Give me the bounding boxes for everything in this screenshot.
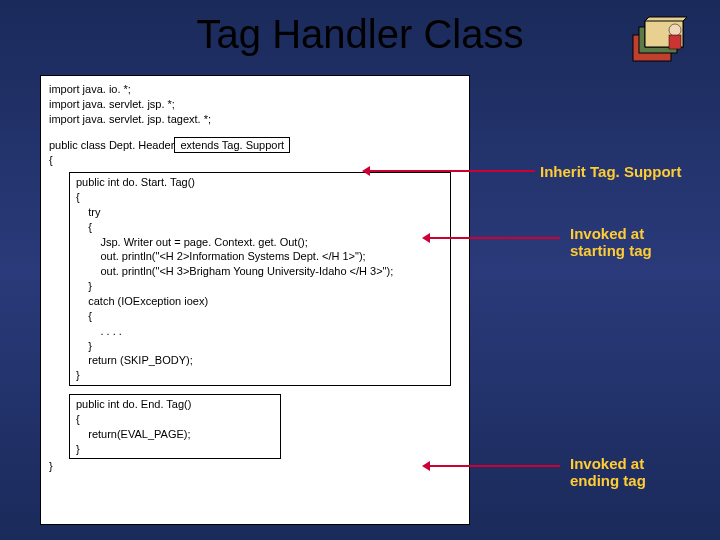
annotation-line: Invoked at [570,225,652,242]
code-line: return(EVAL_PAGE); [76,427,274,442]
code-line: out. println("<H 3>Brigham Young Univers… [76,264,444,279]
code-line: } [76,442,274,457]
code-line: try [76,205,444,220]
code-line: catch (IOException ioex) [76,294,444,309]
arrow-start [430,237,560,239]
annotation-line: starting tag [570,242,652,259]
code-line: { [76,220,444,235]
annotation-end: Invoked at ending tag [570,455,646,489]
code-line: { [76,190,444,205]
brace: } [49,459,461,474]
code-line: return (SKIP_BODY); [76,353,444,368]
annotation-inherit: Inherit Tag. Support [540,163,681,180]
code-line: } [76,279,444,294]
code-line: } [76,339,444,354]
code-line: public int do. Start. Tag() [76,175,444,190]
annotation-start: Invoked at starting tag [570,225,652,259]
svg-point-3 [669,24,681,36]
books-icon [625,15,695,70]
code-line: public int do. End. Tag() [76,397,274,412]
doend-method-box: public int do. End. Tag() { return(EVAL_… [69,394,281,459]
arrow-end [430,465,560,467]
code-line: . . . . [76,324,444,339]
extends-box: extends Tag. Support [174,137,290,154]
brace: { [49,153,461,168]
import-line: import java. servlet. jsp. *; [49,97,461,112]
code-line: out. println("<H 2>Information Systems D… [76,249,444,264]
class-name: public class Dept. Header [49,139,174,151]
dostart-method-box: public int do. Start. Tag() { try { Jsp.… [69,172,451,386]
import-line: import java. servlet. jsp. tagext. *; [49,112,461,127]
svg-rect-4 [669,35,681,49]
annotation-line: ending tag [570,472,646,489]
code-line: { [76,412,274,427]
annotation-line: Invoked at [570,455,646,472]
code-line: } [76,368,444,383]
slide-title: Tag Handler Class [0,0,720,57]
code-line: { [76,309,444,324]
arrow-inherit [370,170,535,172]
class-decl: public class Dept. Header extends Tag. S… [49,137,461,154]
code-line: Jsp. Writer out = page. Context. get. Ou… [76,235,444,250]
import-line: import java. io. *; [49,82,461,97]
code-panel: import java. io. *; import java. servlet… [40,75,470,525]
